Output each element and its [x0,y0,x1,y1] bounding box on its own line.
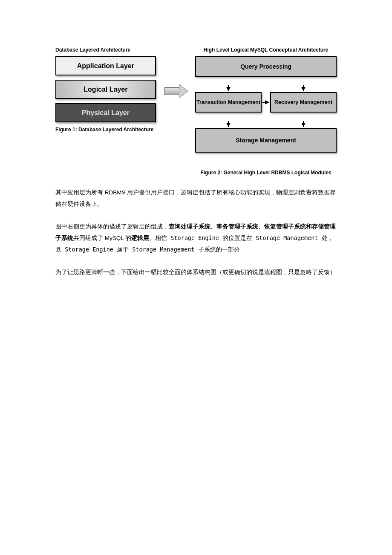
transaction-mgmt-box: Transaction Management [195,92,262,113]
figure-2-title: High Level Logical MySQL Conceptual Arch… [195,47,337,53]
paragraph-2-bold-2: 逻辑层 [131,235,149,241]
arrow-down-icon [226,87,231,91]
figure-1: Database Layered Architecture Applicatio… [55,47,156,133]
paragraph-2-text-a: 图中右侧更为具体的描述了逻辑层的组成， [55,223,169,230]
application-layer-box: Application Layer [55,56,156,75]
figures-row: Database Layered Architecture Applicatio… [55,47,337,176]
paragraph-3: 为了让思路更清晰一些，下面给出一幅比较全面的体系结构图（或更确切的说是流程图，只… [55,266,337,278]
paragraph-1: 其中应用层为所有 RDBMS 用户提供用户接口，逻辑层包括了所有核心功能的实现，… [55,187,337,210]
physical-layer-box: Physical Layer [55,103,156,122]
paragraph-2-text-c: 共同组成了 MySQL 的 [73,235,131,241]
arrow-right-icon [265,100,269,104]
storage-mgmt-box: Storage Management [195,128,337,153]
figure-2-middle-row: Transaction Management Recovery Manageme… [195,92,337,113]
arrow-down-icon [301,87,306,91]
figure-2: High Level Logical MySQL Conceptual Arch… [195,47,337,176]
recovery-mgmt-box: Recovery Management [270,92,337,113]
logical-layer-box: Logical Layer [55,80,156,99]
arrow-down-icon [301,123,306,127]
paragraph-2: 图中右侧更为具体的描述了逻辑层的组成，查询处理子系统、事务管理子系统、恢复管理子… [55,221,337,255]
figure-1-title: Database Layered Architecture [55,47,156,53]
maps-to-arrow-icon [164,87,187,95]
arrow-down-icon [226,123,231,127]
query-processing-box: Query Processing [195,56,337,77]
figure-2-caption: Figure 2: General High Level RDBMS Logic… [195,170,337,176]
figure-1-caption: Figure 1: Database Layered Architecture [55,127,156,133]
